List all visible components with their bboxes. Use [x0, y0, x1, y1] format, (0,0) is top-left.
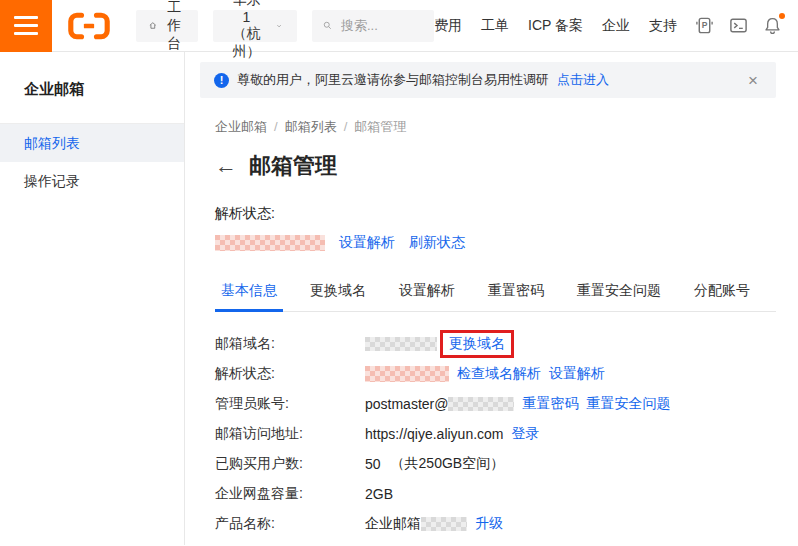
upgrade-link[interactable]: 升级	[475, 515, 503, 533]
header-icons: P	[695, 16, 798, 35]
sidebar-item-mailbox-list[interactable]: 邮箱列表	[0, 124, 184, 162]
app-icon[interactable]: P	[695, 16, 714, 35]
row-label: 邮箱域名:	[215, 335, 365, 353]
annotation-red-box: 更换域名	[440, 330, 514, 358]
row-mail-access-url: 邮箱访问地址: https://qiye.aliyun.com 登录	[215, 419, 776, 449]
redacted-domain-value	[215, 235, 325, 251]
resolve-status-label: 解析状态:	[215, 205, 776, 223]
row-label: 管理员账号:	[215, 395, 365, 413]
netdisk-capacity-value: 2GB	[365, 486, 393, 502]
nav-tickets[interactable]: 工单	[481, 17, 509, 35]
mail-access-url: https://qiye.aliyun.com	[365, 426, 504, 442]
admin-account-prefix: postmaster@	[365, 396, 448, 412]
tab-reset-password[interactable]: 重置密码	[482, 282, 550, 311]
row-mail-domain: 邮箱域名: 更换域名	[215, 329, 776, 359]
tab-bar: 基本信息 更换域名 设置解析 重置密码 重置安全问题 分配账号	[215, 282, 776, 312]
redacted-product-edition	[421, 517, 467, 531]
header-nav: 费用 工单 ICP 备案 企业 支持	[434, 17, 677, 35]
main-content: ! 尊敬的用户，阿里云邀请你参与邮箱控制台易用性调研 点击进入 × 企业邮箱邮箱…	[185, 52, 798, 545]
hamburger-icon[interactable]	[0, 0, 52, 52]
row-label: 邮箱访问地址:	[215, 425, 365, 443]
set-resolution-link[interactable]: 设置解析	[549, 365, 605, 383]
aliyun-logo[interactable]	[68, 12, 110, 40]
tab-change-domain[interactable]: 更换域名	[304, 282, 372, 311]
nav-enterprise[interactable]: 企业	[602, 17, 630, 35]
bell-icon[interactable]	[763, 16, 782, 35]
row-netdisk-capacity: 企业网盘容量: 2GB	[215, 479, 776, 509]
aliyun-logo-glyph	[68, 12, 110, 40]
reset-security-question-link[interactable]: 重置安全问题	[586, 395, 670, 413]
refresh-status-link[interactable]: 刷新状态	[409, 234, 465, 252]
nav-icp[interactable]: ICP 备案	[528, 17, 583, 35]
product-name-prefix: 企业邮箱	[365, 515, 421, 533]
check-domain-resolution-link[interactable]: 检查域名解析	[457, 365, 541, 383]
row-resolve-status: 解析状态: 检查域名解析 设置解析	[215, 359, 776, 389]
purchased-users-space: （共250GB空间）	[391, 455, 505, 473]
redacted-resolve-status	[365, 366, 449, 382]
notice-banner: ! 尊敬的用户，阿里云邀请你参与邮箱控制台易用性调研 点击进入 ×	[200, 62, 776, 98]
top-header: 工作台 华东1（杭州） 费用 工单 ICP 备案 企业 支持 P	[0, 0, 798, 52]
detail-rows: 邮箱域名: 更换域名 解析状态: 检查域名解析 设置解析 管理员账号:	[215, 329, 776, 539]
change-domain-link[interactable]: 更换域名	[449, 335, 505, 351]
row-label: 产品名称:	[215, 515, 365, 533]
row-admin-account: 管理员账号: postmaster@ 重置密码 重置安全问题	[215, 389, 776, 419]
redacted-admin-domain	[448, 397, 514, 411]
sidebar-title: 企业邮箱	[0, 52, 184, 123]
nav-billing[interactable]: 费用	[434, 17, 462, 35]
banner-link[interactable]: 点击进入	[557, 71, 609, 89]
home-icon	[149, 18, 157, 33]
search-box[interactable]	[312, 10, 434, 42]
row-label: 解析状态:	[215, 365, 365, 383]
svg-text:P: P	[702, 20, 708, 30]
breadcrumb: 企业邮箱邮箱列表邮箱管理	[215, 118, 776, 136]
tab-reset-security[interactable]: 重置安全问题	[571, 282, 667, 311]
row-label: 已购买用户数:	[215, 455, 365, 473]
notification-dot	[779, 13, 785, 19]
tab-basic-info[interactable]: 基本信息	[215, 282, 283, 311]
sidebar-item-operation-log[interactable]: 操作记录	[0, 162, 184, 200]
redacted-mail-domain	[365, 337, 437, 351]
close-icon[interactable]: ×	[744, 70, 762, 91]
search-icon	[323, 18, 332, 33]
breadcrumb-item-mail[interactable]: 企业邮箱	[215, 119, 285, 134]
breadcrumb-item-manage: 邮箱管理	[354, 119, 406, 134]
set-resolution-link[interactable]: 设置解析	[339, 234, 395, 252]
back-arrow-icon[interactable]: ←	[215, 155, 237, 177]
nav-support[interactable]: 支持	[649, 17, 677, 35]
sidebar: 企业邮箱 邮箱列表 操作记录	[0, 52, 185, 545]
page-title: 邮箱管理	[249, 151, 337, 181]
row-purchased-users: 已购买用户数: 50 （共250GB空间）	[215, 449, 776, 479]
login-link[interactable]: 登录	[512, 425, 540, 443]
breadcrumb-item-list[interactable]: 邮箱列表	[285, 119, 355, 134]
workbench-label: 工作台	[164, 0, 185, 53]
workbench-button[interactable]: 工作台	[136, 10, 198, 42]
row-product-name: 产品名称: 企业邮箱 升级	[215, 509, 776, 539]
info-icon: !	[214, 73, 229, 88]
cloudshell-icon[interactable]	[729, 16, 748, 35]
reset-password-link[interactable]: 重置密码	[522, 395, 578, 413]
row-label: 企业网盘容量:	[215, 485, 365, 503]
tab-set-resolution[interactable]: 设置解析	[393, 282, 461, 311]
tab-assign-account[interactable]: 分配账号	[688, 282, 756, 311]
banner-text: 尊敬的用户，阿里云邀请你参与邮箱控制台易用性调研	[237, 71, 549, 89]
search-input[interactable]	[339, 17, 423, 34]
region-selector[interactable]: 华东1（杭州）	[213, 10, 297, 42]
purchased-users-count: 50	[365, 456, 381, 472]
chevron-down-icon	[277, 22, 281, 30]
